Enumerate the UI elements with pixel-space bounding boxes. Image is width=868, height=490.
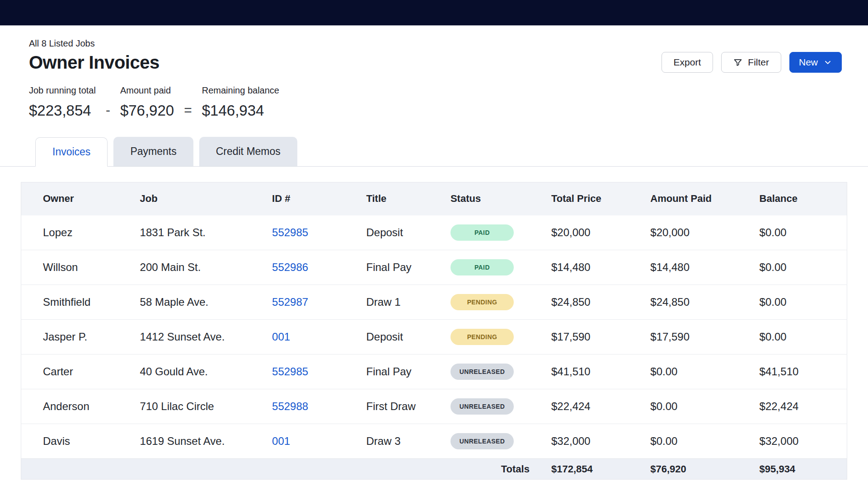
owner-cell: Lopez (21, 215, 131, 250)
column-header-amount-paid: Amount Paid (641, 182, 750, 215)
balance-cell: $0.00 (751, 215, 847, 250)
remaining-balance-value: $146,934 (202, 102, 279, 120)
tab-bar: Invoices Payments Credit Memos (0, 137, 868, 167)
invoices-table-container: Owner Job ID # Title Status Total Price … (21, 182, 847, 480)
invoice-id-link[interactable]: 552986 (272, 261, 308, 273)
amount-paid-cell: $14,480 (641, 250, 750, 285)
amount-paid-cell: $0.00 (641, 389, 750, 424)
balance-cell: $0.00 (751, 250, 847, 285)
column-header-id: ID # (263, 182, 357, 215)
minus-operator: - (106, 101, 110, 120)
invoice-table-body: Lopez 1831 Park St. 552985 Deposit PAID … (21, 215, 847, 459)
column-header-job: Job (131, 182, 263, 215)
breadcrumb: All 8 Listed Jobs (29, 37, 842, 49)
invoice-id-link[interactable]: 001 (272, 435, 290, 447)
total-price-cell: $14,480 (542, 250, 641, 285)
totals-label: Totals (441, 459, 542, 480)
tab-credit-memos[interactable]: Credit Memos (199, 137, 297, 166)
job-cell: 710 Lilac Circle (131, 389, 263, 424)
invoice-id-link[interactable]: 552987 (272, 296, 308, 308)
table-header-row: Owner Job ID # Title Status Total Price … (21, 182, 847, 215)
job-cell: 1619 Sunset Ave. (131, 424, 263, 459)
page-title: Owner Invoices (29, 51, 160, 74)
title-cell: First Draw (357, 389, 441, 424)
status-badge: PENDING (450, 329, 514, 345)
balance-cell: $0.00 (751, 285, 847, 320)
job-running-total-label: Job running total (29, 85, 96, 96)
owner-cell: Carter (21, 355, 131, 389)
job-cell: 200 Main St. (131, 250, 263, 285)
status-badge: UNRELEASED (450, 398, 514, 415)
column-header-status: Status (441, 182, 542, 215)
amount-paid-cell: $0.00 (641, 424, 750, 459)
page-header: All 8 Listed Jobs Owner Invoices Export … (0, 26, 868, 120)
balance-cell: $32,000 (751, 424, 847, 459)
totals-row: Totals $172,854 $76,920 $95,934 (21, 459, 847, 480)
equals-operator: = (184, 101, 192, 120)
totals-amount-paid: $76,920 (641, 459, 750, 480)
title-cell: Draw 3 (357, 424, 441, 459)
job-cell: 1831 Park St. (131, 215, 263, 250)
table-row: Willson 200 Main St. 552986 Final Pay PA… (21, 250, 847, 285)
filter-button-label: Filter (748, 57, 769, 68)
table-row: Anderson 710 Lilac Circle 552988 First D… (21, 389, 847, 424)
total-price-cell: $32,000 (542, 424, 641, 459)
totals-total-price: $172,854 (542, 459, 641, 480)
invoice-id-link[interactable]: 552988 (272, 400, 308, 412)
invoice-id-link[interactable]: 552985 (272, 365, 308, 378)
column-header-balance: Balance (751, 182, 847, 215)
title-cell: Final Pay (357, 355, 441, 389)
status-badge: PENDING (450, 294, 514, 310)
total-price-cell: $17,590 (542, 320, 641, 355)
column-header-title: Title (357, 182, 441, 215)
table-row: Carter 40 Gould Ave. 552985 Final Pay UN… (21, 355, 847, 389)
owner-cell: Jasper P. (21, 320, 131, 355)
amount-paid-value: $76,920 (120, 102, 174, 120)
remaining-balance-label: Remaining balance (202, 85, 279, 96)
job-cell: 40 Gould Ave. (131, 355, 263, 389)
totals-balance: $95,934 (751, 459, 847, 480)
column-header-owner: Owner (21, 182, 131, 215)
owner-cell: Anderson (21, 389, 131, 424)
total-price-cell: $20,000 (542, 215, 641, 250)
table-row: Jasper P. 1412 Sunset Ave. 001 Deposit P… (21, 320, 847, 355)
amount-paid-label: Amount paid (120, 85, 174, 96)
filter-button[interactable]: Filter (721, 52, 781, 73)
owner-cell: Willson (21, 250, 131, 285)
total-price-cell: $22,424 (542, 389, 641, 424)
tab-invoices[interactable]: Invoices (35, 137, 108, 167)
total-price-cell: $41,510 (542, 355, 641, 389)
owner-cell: Smithfield (21, 285, 131, 320)
header-actions: Export Filter New (662, 52, 842, 73)
table-row: Smithfield 58 Maple Ave. 552987 Draw 1 P… (21, 285, 847, 320)
new-button[interactable]: New (789, 52, 842, 73)
amount-paid-cell: $20,000 (641, 215, 750, 250)
invoices-table: Owner Job ID # Title Status Total Price … (21, 182, 847, 480)
amount-paid-cell: $0.00 (641, 355, 750, 389)
balance-cell: $22,424 (751, 389, 847, 424)
new-button-label: New (799, 57, 818, 68)
tab-payments[interactable]: Payments (113, 137, 193, 166)
financial-summary: Job running total $223,854 - Amount paid… (29, 85, 842, 120)
balance-cell: $41,510 (751, 355, 847, 389)
top-navigation-bar (0, 0, 868, 26)
export-button[interactable]: Export (662, 52, 713, 73)
filter-funnel-icon (733, 58, 742, 67)
job-running-total-value: $223,854 (29, 102, 96, 120)
amount-paid-cell: $17,590 (641, 320, 750, 355)
status-badge: UNRELEASED (450, 364, 514, 380)
job-cell: 58 Maple Ave. (131, 285, 263, 320)
job-cell: 1412 Sunset Ave. (131, 320, 263, 355)
status-badge: PAID (450, 224, 514, 241)
invoice-id-link[interactable]: 552985 (272, 226, 308, 238)
amount-paid-cell: $24,850 (641, 285, 750, 320)
title-cell: Draw 1 (357, 285, 441, 320)
balance-cell: $0.00 (751, 320, 847, 355)
chevron-down-icon (823, 58, 832, 67)
invoice-id-link[interactable]: 001 (272, 331, 290, 343)
title-cell: Deposit (357, 215, 441, 250)
owner-cell: Davis (21, 424, 131, 459)
export-button-label: Export (674, 57, 701, 68)
title-cell: Final Pay (357, 250, 441, 285)
total-price-cell: $24,850 (542, 285, 641, 320)
